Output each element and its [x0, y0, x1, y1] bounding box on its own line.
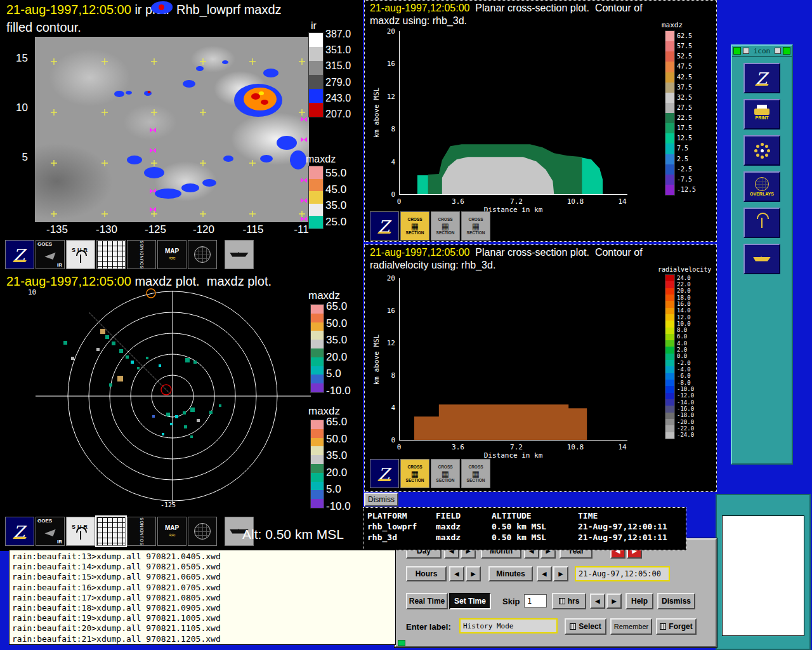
- header-time: TIME: [578, 510, 682, 521]
- map-button[interactable]: MAP≈≈: [157, 240, 187, 269]
- skip-value-input[interactable]: [524, 594, 547, 607]
- icon-window-titlebar: icon: [732, 46, 792, 57]
- cross-section-button-1[interactable]: CROSS▦SECTION: [400, 211, 429, 241]
- zebra-logo-button[interactable]: Z: [370, 211, 399, 241]
- cross-section-button-2[interactable]: CROSS▦SECTION: [431, 459, 460, 488]
- terminal-window[interactable]: rain:beaufait:13>xdump.all 970821.0405.x…: [9, 550, 396, 645]
- surface-obs-button[interactable]: SUR: [66, 240, 95, 269]
- radar-ppi-display[interactable]: -125: [25, 288, 317, 509]
- colorbar-segment: [665, 281, 674, 288]
- skip-back-button[interactable]: ◀: [590, 594, 605, 609]
- zebra-main-button[interactable]: Z: [743, 63, 780, 93]
- dismiss-button[interactable]: Dismiss: [657, 593, 695, 609]
- ppi-colorbar2: [311, 420, 324, 508]
- colorbar-segment: [309, 47, 323, 61]
- xsec-maxdz-xticks: 03.67.210.814: [399, 197, 627, 205]
- colorbar-segment: [309, 191, 323, 204]
- zebra-logo-button[interactable]: Z: [5, 240, 34, 269]
- select-button[interactable]: Select: [565, 618, 606, 635]
- colorbar-segment: [311, 438, 324, 447]
- grid-button[interactable]: [96, 240, 126, 269]
- units-menu-icon: [559, 598, 565, 604]
- goes-ir-button[interactable]: GOESIR: [36, 240, 65, 269]
- colorbar-segment: [665, 393, 674, 399]
- print-button[interactable]: PRINT: [743, 99, 780, 129]
- effects-button[interactable]: [743, 135, 780, 166]
- y-tick-label: 5: [22, 151, 28, 164]
- globe-overlay-button[interactable]: [188, 517, 217, 546]
- terminal-resize-chip[interactable]: [398, 640, 405, 646]
- colorbar-tick-label: -14.0: [677, 400, 694, 406]
- skip-forward-button[interactable]: ▶: [606, 594, 622, 609]
- zebra-logo-button[interactable]: Z: [5, 517, 34, 546]
- window-close-button[interactable]: [783, 47, 790, 55]
- colorbar-segment: [309, 179, 323, 192]
- satellite-image[interactable]: [35, 37, 309, 222]
- xsec-maxdz-title-text: Planar cross-section plot. Contour of: [469, 3, 642, 13]
- xsec-radial-plot[interactable]: [399, 278, 627, 441]
- cross-section-button-3[interactable]: CROSS▦SECTION: [461, 459, 490, 488]
- platform-dismiss-button[interactable]: Dismiss: [364, 493, 398, 507]
- y-tick-label: 12: [387, 93, 395, 101]
- ir-toolbar: Z GOESIR SUR SOUNDINGS MAP≈≈: [5, 240, 254, 269]
- set-time-button[interactable]: Set Time: [449, 593, 491, 609]
- colorbar-segment: [311, 340, 324, 348]
- zebra-z-icon: Z: [378, 218, 391, 234]
- time-value-field[interactable]: [575, 566, 670, 581]
- hours-increment-button[interactable]: ▶: [466, 566, 481, 581]
- soundings-button[interactable]: SOUNDINGS: [127, 240, 156, 269]
- colorbar-segment: [665, 133, 674, 143]
- header-platform: PLATFORM: [367, 510, 436, 521]
- overlays-button[interactable]: OVERLAYS: [743, 171, 780, 202]
- ship-platform-button[interactable]: [225, 240, 254, 269]
- x-tick-label: 0: [397, 443, 402, 451]
- colorbar-segment: [665, 164, 674, 175]
- cross-section-button-1[interactable]: CROSS▦SECTION: [400, 459, 429, 488]
- colorbar-segment: [665, 83, 674, 93]
- cell-field: maxdz: [436, 521, 492, 532]
- remember-button[interactable]: Remember: [610, 618, 652, 635]
- colorbar-tick-label: 2.0: [677, 347, 694, 353]
- minutes-button[interactable]: Minutes: [488, 566, 533, 581]
- xsec-radial-title-line2: radialvelocity using: rhb_3d.: [370, 260, 495, 271]
- colorbar-tick-label: 20.0: [677, 288, 694, 294]
- colorbar-tick-label: -12.0: [677, 393, 694, 399]
- x-tick-label: -11: [294, 223, 308, 236]
- cross-section-button-2[interactable]: CROSS▦SECTION: [431, 211, 460, 241]
- window-menu-button[interactable]: [733, 47, 741, 55]
- xsec-maxdz-timestamp: 21-aug-1997,12:05:00: [370, 3, 469, 13]
- colorbar-segment: [665, 373, 674, 380]
- xsec-maxdz-plot[interactable]: [399, 31, 627, 195]
- cube-icon: ▦: [442, 222, 449, 230]
- radar-antenna-button[interactable]: [743, 208, 780, 238]
- real-time-button[interactable]: Real Time: [406, 593, 448, 609]
- soundings-button[interactable]: SOUNDINGS: [127, 517, 156, 546]
- storm-symbol: [151, 1, 173, 14]
- maxdz-contour-layer: [400, 31, 627, 194]
- hours-decrement-button[interactable]: ◀: [449, 566, 464, 581]
- label-input[interactable]: [459, 618, 558, 633]
- goes-label: GOES: [37, 518, 52, 524]
- ppi-title: 21-aug-1997,12:05:00 maxdz plot. maxdz p…: [6, 274, 272, 289]
- skip-units-button[interactable]: hrs: [552, 593, 586, 609]
- minutes-decrement-button[interactable]: ◀: [537, 566, 552, 581]
- goes-ir-button[interactable]: GOESIR: [36, 517, 65, 546]
- cross-section-button-3[interactable]: CROSS▦SECTION: [461, 211, 490, 241]
- window-maximize-button[interactable]: [775, 48, 781, 54]
- colorbar-tick-label: -6.0: [677, 373, 694, 379]
- header-altitude: ALTITUDE: [492, 510, 578, 521]
- surface-obs-button[interactable]: SUR: [66, 517, 95, 546]
- map-button[interactable]: MAP≈≈: [157, 517, 187, 546]
- minutes-increment-button[interactable]: ▶: [553, 566, 568, 581]
- colorbar-tick-label: 10.0: [677, 321, 694, 327]
- forget-button[interactable]: Forget: [656, 618, 697, 635]
- ppi-title-text: maxdz plot. maxdz plot.: [131, 274, 272, 288]
- zebra-logo-button[interactable]: Z: [370, 459, 399, 488]
- globe-overlay-button[interactable]: [188, 240, 217, 269]
- window-minimize-button[interactable]: [743, 48, 749, 54]
- grid-button-active[interactable]: [96, 517, 126, 546]
- xsec-radial-colorbar-ticks: 24.022.020.018.016.014.012.010.08.06.04.…: [677, 275, 694, 439]
- help-button[interactable]: Help: [625, 593, 653, 609]
- hours-button[interactable]: Hours: [406, 566, 447, 581]
- ship-instrument-button[interactable]: [743, 244, 780, 274]
